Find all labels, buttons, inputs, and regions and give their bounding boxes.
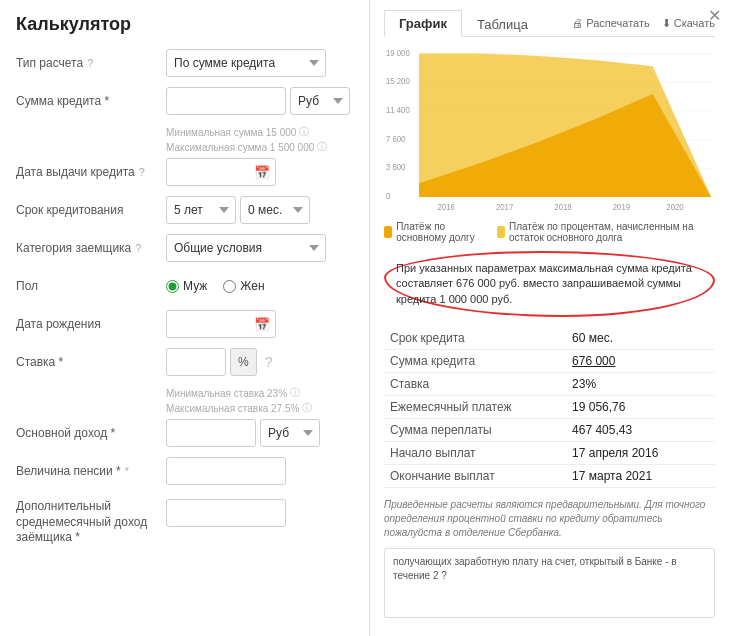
svg-text:19 000: 19 000 (386, 48, 410, 57)
amount-input[interactable]: 1 000 000 (166, 87, 286, 115)
summary-row: Срок кредита60 мес. (384, 327, 715, 350)
summary-label: Ставка (384, 373, 566, 396)
type-help-icon[interactable]: ? (87, 57, 93, 69)
term-label: Срок кредитования (16, 203, 166, 217)
legend-interest: Платёж по процентам, начисленным на оста… (497, 221, 715, 243)
birthdate-wrap: 17.03.1995 📅 (166, 310, 276, 338)
page-title: Калькулятор (16, 14, 353, 35)
category-help-icon[interactable]: ? (135, 242, 141, 254)
income-row: Основной доход * 30 000 Руб (16, 419, 353, 447)
amount-hints: Минимальная сумма 15 000 ⓘ Максимальная … (166, 125, 353, 154)
gender-male-label: Муж (183, 279, 207, 293)
summary-value: 17 апреля 2016 (566, 442, 715, 465)
summary-label: Срок кредита (384, 327, 566, 350)
type-row: Тип расчета ? По сумме кредита (16, 49, 353, 77)
legend-principal-swatch (384, 226, 392, 238)
amount-control: 1 000 000 Руб (166, 87, 353, 115)
download-button[interactable]: ⬇ Скачать (662, 17, 715, 30)
gender-female-radio[interactable] (223, 280, 236, 293)
currency-select[interactable]: Руб (290, 87, 350, 115)
summary-row: Ставка23% (384, 373, 715, 396)
print-button[interactable]: 🖨 Распечатать (572, 17, 649, 29)
rate-input-wrap: 23,00 % (166, 348, 257, 376)
svg-text:0: 0 (386, 192, 391, 201)
svg-text:15 200: 15 200 (386, 77, 410, 86)
extra-income-label: Дополнительный среднемесячный доход заём… (16, 495, 166, 546)
gender-row: Пол Муж Жен (16, 272, 353, 300)
tab-actions: 🖨 Распечатать ⬇ Скачать (572, 17, 715, 30)
rate-hints: Минимальная ставка 23% ⓘ Максимальная ст… (166, 386, 353, 415)
rate-control: 23,00 % ? (166, 348, 353, 376)
amount-label: Сумма кредита * (16, 94, 166, 108)
birthdate-row: Дата рождения 17.03.1995 📅 (16, 310, 353, 338)
birthdate-control: 17.03.1995 📅 (166, 310, 353, 338)
income-control: 30 000 Руб (166, 419, 353, 447)
summary-value: 17 марта 2021 (566, 465, 715, 488)
issue-date-row: Дата выдачи кредита ? 17.03.2016 📅 (16, 158, 353, 186)
rate-help-icon[interactable]: ? (265, 354, 273, 370)
issue-date-wrap: 17.03.2016 📅 (166, 158, 276, 186)
issue-date-help-icon[interactable]: ? (139, 166, 145, 178)
summary-row: Ежемесячный платеж19 056,76 (384, 396, 715, 419)
summary-label: Сумма кредита (384, 350, 566, 373)
pension-help-icon[interactable]: * (125, 465, 129, 477)
summary-label: Сумма переплаты (384, 419, 566, 442)
chart-svg: 19 000 15 200 11 400 7 600 3 800 0 2016 … (384, 45, 715, 215)
close-button[interactable]: ✕ (708, 6, 721, 25)
summary-value: 60 мес. (566, 327, 715, 350)
rate-label: Ставка * (16, 355, 166, 369)
warning-box: При указанных параметрах максимальная су… (384, 251, 715, 317)
bottom-scroll-area[interactable]: получающих заработную плату на счет, отк… (384, 548, 715, 618)
warning-text: При указанных параметрах максимальная су… (396, 261, 703, 307)
gender-male-radio[interactable] (166, 280, 179, 293)
gender-male-option[interactable]: Муж (166, 279, 207, 293)
gender-radio-group: Муж Жен (166, 279, 265, 293)
svg-text:3 800: 3 800 (386, 163, 406, 172)
legend-principal: Платёж по основному долгу (384, 221, 485, 243)
summary-row: Начало выплат17 апреля 2016 (384, 442, 715, 465)
left-panel: Калькулятор Тип расчета ? По сумме креди… (0, 0, 370, 636)
summary-label: Окончание выплат (384, 465, 566, 488)
category-row: Категория заемщика ? Общие условия (16, 234, 353, 262)
svg-text:2018: 2018 (554, 202, 572, 211)
type-control: По сумме кредита (166, 49, 353, 77)
download-icon: ⬇ (662, 17, 671, 30)
extra-income-control: 20 000 (166, 495, 353, 527)
pension-row: Величина пенсии * * 0 (16, 457, 353, 485)
tab-table[interactable]: Таблица (462, 11, 543, 37)
issue-date-label: Дата выдачи кредита ? (16, 165, 166, 179)
svg-text:2020: 2020 (666, 202, 684, 211)
summary-row: Сумма кредита676 000 (384, 350, 715, 373)
disclaimer: Приведенные расчеты являются предварител… (384, 498, 715, 540)
pension-input[interactable]: 0 (166, 457, 286, 485)
amount-row: Сумма кредита * 1 000 000 Руб (16, 87, 353, 115)
term-months-select[interactable]: 0 мес. (240, 196, 310, 224)
income-input[interactable]: 30 000 (166, 419, 256, 447)
rate-row: Ставка * 23,00 % ? (16, 348, 353, 376)
summary-value: 23% (566, 373, 715, 396)
chart-legend: Платёж по основному долгу Платёж по проц… (384, 221, 715, 243)
issue-date-input[interactable]: 17.03.2016 (166, 158, 276, 186)
rate-input[interactable]: 23,00 (166, 348, 226, 376)
svg-text:2016: 2016 (438, 202, 456, 211)
legend-interest-swatch (497, 226, 505, 238)
birthdate-label: Дата рождения (16, 317, 166, 331)
birthdate-input[interactable]: 17.03.1995 (166, 310, 276, 338)
tab-graph[interactable]: График (384, 10, 462, 37)
gender-female-label: Жен (240, 279, 264, 293)
term-row: Срок кредитования 5 лет 0 мес. (16, 196, 353, 224)
gender-female-option[interactable]: Жен (223, 279, 264, 293)
issue-date-control: 17.03.2016 📅 (166, 158, 353, 186)
income-currency-select[interactable]: Руб (260, 419, 320, 447)
term-years-select[interactable]: 5 лет (166, 196, 236, 224)
category-select[interactable]: Общие условия (166, 234, 326, 262)
svg-text:2019: 2019 (613, 202, 631, 211)
rate-percent-badge: % (230, 348, 257, 376)
summary-value: 467 405,43 (566, 419, 715, 442)
svg-text:2017: 2017 (496, 202, 514, 211)
summary-value: 19 056,76 (566, 396, 715, 419)
type-select[interactable]: По сумме кредита (166, 49, 326, 77)
category-control: Общие условия (166, 234, 353, 262)
svg-text:11 400: 11 400 (386, 106, 410, 115)
extra-income-input[interactable]: 20 000 (166, 499, 286, 527)
